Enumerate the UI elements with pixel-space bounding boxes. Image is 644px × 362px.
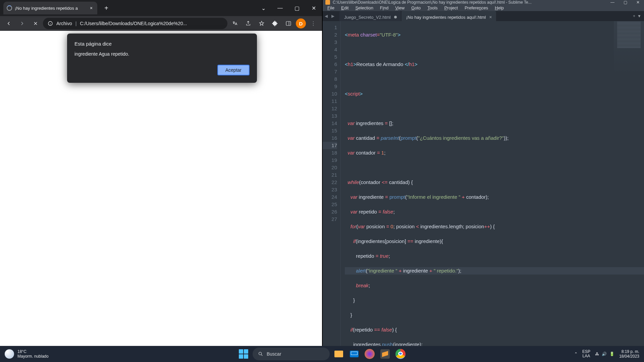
dialog-title: Esta página dice	[74, 41, 250, 47]
maximize-button[interactable]: ▢	[288, 1, 305, 15]
url-text: C:/Users/lilbe/Downloads/ONE/Logica%20de…	[80, 21, 187, 26]
taskbar-chrome-icon[interactable]	[394, 348, 407, 360]
sublime-window-title: C:\Users\lilbe\Downloads\ONE\Logica de P…	[333, 0, 604, 5]
star-icon[interactable]	[256, 17, 268, 29]
kebab-menu-icon[interactable]: ⋮	[307, 17, 319, 29]
maximize-button[interactable]: ▢	[622, 0, 629, 5]
profile-avatar[interactable]: D	[296, 18, 306, 28]
forward-button[interactable]	[16, 17, 28, 29]
weather-icon	[5, 349, 14, 359]
taskbar-explorer-icon[interactable]	[332, 348, 345, 360]
tray-volume-icon[interactable]: 🔊	[602, 352, 607, 356]
tab-history-back-icon[interactable]: ◀	[325, 14, 331, 18]
search-icon	[258, 351, 263, 357]
menu-selection[interactable]: Selection	[353, 5, 376, 11]
translate-icon[interactable]	[229, 17, 241, 29]
editor-area[interactable]: 1234567891011121314151617181920212223242…	[323, 21, 644, 362]
new-tab-button[interactable]: +	[101, 2, 112, 14]
minimize-button[interactable]: —	[272, 1, 288, 15]
code-content[interactable]: <meta charset="UTF-8"> <h1>Recetas de Ar…	[341, 21, 644, 362]
menu-view[interactable]: View	[392, 5, 407, 11]
taskbar-sublime-icon[interactable]	[379, 348, 391, 360]
menu-find[interactable]: Find	[377, 5, 391, 11]
menu-edit[interactable]: Edit	[338, 5, 351, 11]
tab-no-hay-ingredientes[interactable]: ¡No hay ingredientes repetidos aquí!.htm…	[401, 11, 496, 21]
tab-label: ¡No hay ingredientes repetidos aquí!.htm…	[406, 15, 486, 20]
windows-taskbar: 18°C Mayorm. nublado Buscar ⌃ ESPLAA 🖧 🔊…	[0, 346, 644, 362]
chevron-down-icon[interactable]: ⌄	[255, 1, 272, 15]
back-button[interactable]	[3, 17, 15, 29]
close-button[interactable]: ✕	[305, 1, 322, 15]
chrome-titlebar: ¡No hay ingredientes repetidos a × + ⌄ —…	[0, 0, 322, 16]
sublime-app-icon	[325, 0, 330, 5]
minimize-button[interactable]: —	[609, 0, 616, 5]
tab-title: ¡No hay ingredientes repetidos a	[15, 6, 86, 11]
taskbar-mail-icon[interactable]	[348, 348, 361, 360]
line-number-gutter: 1234567891011121314151617181920212223242…	[323, 21, 341, 362]
tray-battery-icon[interactable]: 🔋	[609, 352, 614, 356]
sublime-menubar: File Edit Selection Find View Goto Tools…	[323, 5, 644, 11]
chrome-toolbar: Archivo | C:/Users/lilbe/Downloads/ONE/L…	[0, 16, 322, 31]
search-placeholder: Buscar	[267, 351, 281, 357]
browser-tab[interactable]: ¡No hay ingredientes repetidos a ×	[3, 2, 97, 14]
side-panel-icon[interactable]	[282, 17, 294, 29]
extensions-icon[interactable]	[269, 17, 281, 29]
svg-point-2	[259, 352, 262, 355]
start-button[interactable]	[237, 348, 250, 360]
menu-preferences[interactable]: Preferences	[462, 5, 491, 11]
javascript-alert-dialog: Esta página dice ingrediente Agua repeti…	[67, 34, 257, 83]
favicon-loading-icon	[7, 5, 12, 11]
tab-history-forward-icon[interactable]: ▶	[331, 14, 337, 18]
share-icon[interactable]	[242, 17, 254, 29]
weather-temp: 18°C	[17, 349, 49, 354]
sublime-titlebar: C:\Users\lilbe\Downloads\ONE\Logica de P…	[323, 0, 644, 5]
close-button[interactable]: ✕	[635, 0, 641, 5]
tab-label: Juego_Secreto_V2.html	[344, 15, 391, 20]
minimap[interactable]	[614, 21, 644, 78]
stop-reload-button[interactable]	[30, 17, 42, 29]
sublime-tab-row: ◀ ▶ Juego_Secreto_V2.html ¡No hay ingred…	[323, 11, 644, 21]
tray-clock[interactable]: 8:19 p. m.18/04/2023	[619, 349, 639, 359]
url-separator: |	[75, 21, 77, 26]
info-icon	[48, 21, 53, 26]
menu-project[interactable]: Project	[442, 5, 461, 11]
tab-close-icon[interactable]: ×	[89, 5, 94, 11]
tab-close-icon[interactable]: ×	[489, 14, 492, 20]
taskbar-firefox-icon[interactable]	[363, 348, 376, 360]
tab-juego-secreto[interactable]: Juego_Secreto_V2.html	[339, 11, 401, 21]
dialog-ok-button[interactable]: Aceptar	[217, 65, 250, 75]
modified-dot-icon	[394, 16, 397, 18]
tray-chevron-icon[interactable]: ⌃	[574, 352, 578, 356]
menu-help[interactable]: Help	[492, 5, 506, 11]
menu-tools[interactable]: Tools	[425, 5, 440, 11]
menu-file[interactable]: File	[325, 5, 337, 11]
address-bar[interactable]: Archivo | C:/Users/lilbe/Downloads/ONE/L…	[43, 18, 227, 29]
weather-desc: Mayorm. nublado	[17, 354, 49, 359]
taskbar-search[interactable]: Buscar	[253, 348, 330, 360]
taskbar-weather[interactable]: 18°C Mayorm. nublado	[5, 349, 49, 359]
tab-dropdown-icon[interactable]: ▼	[637, 14, 641, 18]
svg-rect-1	[286, 21, 291, 25]
menu-goto[interactable]: Goto	[409, 5, 423, 11]
tray-network-icon[interactable]: 🖧	[595, 352, 599, 356]
new-tab-plus-icon[interactable]: +	[633, 14, 635, 18]
dialog-message: ingrediente Agua repetido.	[74, 51, 250, 57]
url-scheme-label: Archivo	[56, 21, 72, 26]
tray-language[interactable]: ESPLAA	[582, 350, 590, 358]
